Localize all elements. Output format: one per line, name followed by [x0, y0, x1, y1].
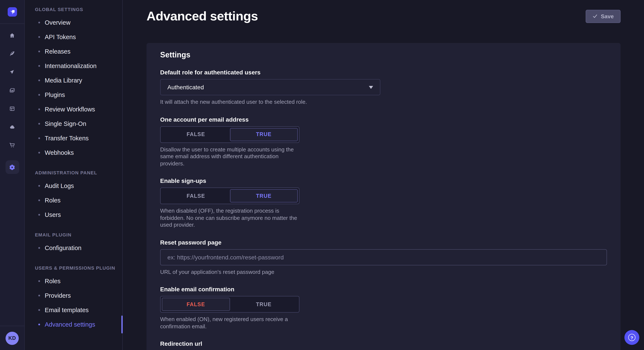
sidebar-item-label: Webhooks	[45, 149, 74, 156]
field-hint: URL of your application's reset password…	[160, 269, 607, 276]
field-reset-password: Reset password page URL of your applicat…	[160, 239, 607, 276]
page-title: Advanced settings	[146, 9, 258, 23]
sidebar-item-api-tokens[interactable]: API Tokens	[25, 30, 122, 44]
bullet-icon	[38, 247, 40, 249]
bullet-icon	[38, 152, 40, 154]
sidebar-item-internationalization[interactable]: Internationalization	[25, 59, 122, 73]
bullet-icon	[38, 80, 40, 81]
user-avatar[interactable]: KD	[6, 332, 19, 345]
toggle-false-option[interactable]: FALSE	[162, 189, 230, 202]
bullet-icon	[38, 199, 40, 201]
toggle-false-option[interactable]: FALSE	[162, 298, 230, 311]
one-account-toggle: FALSE TRUE	[160, 126, 300, 143]
sidebar-item-media-library[interactable]: Media Library	[25, 73, 122, 88]
sidebar-item-releases[interactable]: Releases	[25, 44, 122, 59]
bullet-icon	[38, 123, 40, 125]
page-header: Advanced settings Save	[146, 9, 620, 23]
sidebar-item-label: Providers	[45, 292, 71, 299]
nav-section-admin-panel: ADMINISTRATION PANEL Audit Logs Roles Us…	[25, 170, 122, 222]
card-heading: Settings	[160, 51, 607, 59]
field-default-role: Default role for authenticated users Aut…	[160, 69, 607, 106]
layout-icon[interactable]	[9, 105, 15, 112]
field-label: Reset password page	[160, 239, 607, 246]
sidebar-item-label: Internationalization	[45, 62, 96, 69]
sidebar-item-label: API Tokens	[45, 34, 76, 40]
check-icon	[592, 14, 597, 19]
reset-password-input[interactable]	[160, 249, 607, 265]
section-header: USERS & PERMISSIONS PLUGIN	[35, 265, 122, 270]
sign-ups-toggle: FALSE TRUE	[160, 187, 300, 204]
sidebar-item-label: Plugins	[45, 91, 65, 98]
bullet-icon	[38, 185, 40, 187]
field-email-confirmation: Enable email confirmation FALSE TRUE Whe…	[160, 286, 607, 330]
toggle-true-option[interactable]: TRUE	[230, 128, 298, 141]
bullet-icon	[38, 22, 40, 23]
save-button[interactable]: Save	[586, 9, 620, 23]
sidebar-item-admin-roles[interactable]: Roles	[25, 193, 122, 207]
section-header: EMAIL PLUGIN	[35, 232, 122, 237]
field-hint: It will attach the new authenticated use…	[160, 99, 607, 106]
help-button[interactable]: ?	[624, 330, 639, 345]
logo-area	[0, 0, 24, 24]
settings-card: Settings Default role for authenticated …	[146, 43, 620, 350]
field-hint: Disallow the user to create multiple acc…	[160, 146, 302, 167]
strapi-logo-icon[interactable]	[8, 7, 17, 16]
toggle-true-option[interactable]: TRUE	[230, 298, 298, 311]
field-label: Enable sign-ups	[160, 177, 607, 184]
chevron-down-icon	[369, 86, 373, 89]
feather-icon[interactable]	[9, 51, 15, 57]
cart-icon[interactable]	[9, 142, 15, 149]
sidebar-item-label: Users	[45, 211, 61, 218]
sidebar-item-label: Roles	[45, 197, 60, 204]
sidebar-item-overview[interactable]: Overview	[25, 15, 122, 30]
toggle-true-option[interactable]: TRUE	[230, 189, 298, 202]
bullet-icon	[38, 214, 40, 216]
sidebar-item-label: Advanced settings	[45, 321, 95, 328]
send-icon[interactable]	[9, 69, 15, 75]
settings-gear-icon[interactable]	[5, 160, 19, 174]
main-content: Advanced settings Save Settings Default …	[123, 0, 644, 350]
sidebar-item-label: Media Library	[45, 77, 82, 84]
sidebar-item-up-roles[interactable]: Roles	[25, 274, 122, 288]
nav-section-global: GLOBAL SETTINGS Overview API Tokens Rele…	[25, 7, 122, 160]
sidebar-item-label: Releases	[45, 48, 70, 55]
sidebar-item-providers[interactable]: Providers	[25, 288, 122, 303]
app-root: KD GLOBAL SETTINGS Overview API Tokens R…	[0, 0, 644, 350]
question-mark-icon: ?	[628, 334, 636, 341]
section-header: ADMINISTRATION PANEL	[35, 170, 122, 175]
field-hint: When enabled (ON), new registered users …	[160, 316, 302, 330]
sidebar-item-users[interactable]: Users	[25, 207, 122, 222]
bullet-icon	[38, 36, 40, 38]
bullet-icon	[38, 295, 40, 296]
sidebar-item-label: Review Workflows	[45, 106, 95, 113]
field-label: Redirection url	[160, 340, 607, 347]
media-library-icon[interactable]	[9, 87, 15, 94]
sidebar-item-configuration[interactable]: Configuration	[25, 241, 122, 255]
field-label: One account per email address	[160, 116, 607, 123]
sidebar-item-email-templates[interactable]: Email templates	[25, 303, 122, 317]
sidebar-item-webhooks[interactable]: Webhooks	[25, 146, 122, 160]
settings-subnav: GLOBAL SETTINGS Overview API Tokens Rele…	[25, 0, 123, 350]
sidebar-item-label: Overview	[45, 19, 70, 26]
sidebar-item-plugins[interactable]: Plugins	[25, 88, 122, 102]
email-confirmation-toggle: FALSE TRUE	[160, 296, 300, 313]
bullet-icon	[38, 94, 40, 96]
sidebar-item-review-workflows[interactable]: Review Workflows	[25, 102, 122, 117]
home-icon[interactable]	[9, 32, 15, 39]
sidebar-item-advanced-settings[interactable]: Advanced settings	[25, 317, 122, 332]
rail-bottom: KD	[0, 326, 24, 350]
field-redirection-url: Redirection url	[160, 340, 607, 350]
nav-section-email-plugin: EMAIL PLUGIN Configuration	[25, 232, 122, 255]
active-indicator	[122, 316, 123, 334]
icon-rail: KD	[0, 0, 25, 350]
bullet-icon	[38, 280, 40, 282]
bullet-icon	[38, 65, 40, 67]
toggle-false-option[interactable]: FALSE	[162, 128, 230, 141]
sidebar-item-single-sign-on[interactable]: Single Sign-On	[25, 117, 122, 131]
sidebar-item-audit-logs[interactable]: Audit Logs	[25, 178, 122, 193]
bullet-icon	[38, 324, 40, 325]
save-button-label: Save	[601, 13, 614, 19]
cloud-icon[interactable]	[9, 124, 15, 130]
default-role-select[interactable]: Authenticated	[160, 79, 380, 95]
sidebar-item-transfer-tokens[interactable]: Transfer Tokens	[25, 131, 122, 146]
